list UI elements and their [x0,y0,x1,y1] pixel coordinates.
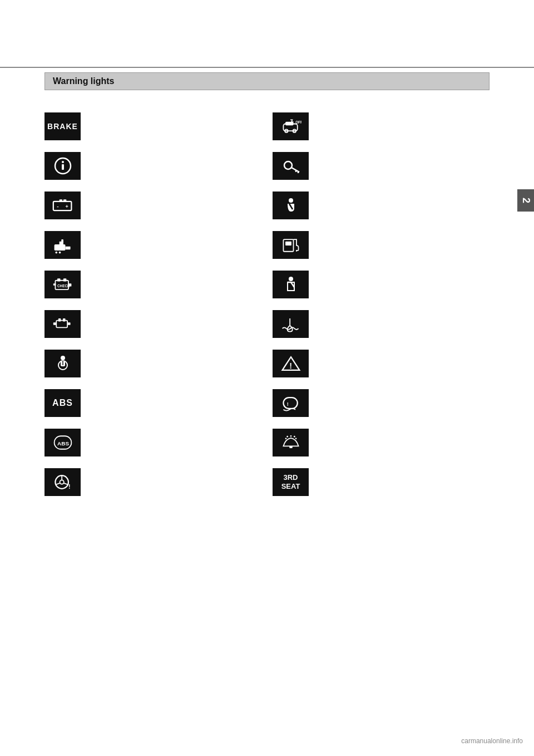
svg-point-13 [58,252,61,254]
section-divider [0,67,534,68]
abs-circle-warning: ABS [44,429,239,458]
master-warning: ! [273,350,445,379]
battery-warning: - + [44,192,239,221]
svg-rect-23 [67,322,70,325]
svg-text:-: - [57,203,58,209]
seatbelt-box-svg [280,196,301,215]
svg-rect-2 [62,164,64,170]
abs-text-icon: ABS [44,389,81,417]
svg-line-34 [56,483,60,485]
seatbelt-warning [273,271,445,300]
svg-point-59 [293,436,295,438]
low-oil-warning [44,231,239,261]
washer-fluid-warning [273,429,445,458]
svg-point-32 [60,480,63,484]
svg-text:ABS: ABS [57,440,69,446]
oil-can-icon [44,231,81,259]
section-title: Warning lights [53,76,115,86]
washer-fluid-icon [273,429,309,456]
svg-text:!: ! [289,361,292,370]
svg-point-25 [61,356,65,360]
top-bar [0,0,534,67]
abs-warning: ABS [44,389,239,419]
brake-icon: BRAKE [44,112,81,140]
third-seat-label-bottom: SEAT [281,482,300,491]
battery-svg: - + [52,196,73,215]
oil-can-svg [52,235,73,254]
svg-rect-22 [63,318,66,321]
coolant-svg [280,315,301,333]
third-seat-icon: 3RD SEAT [273,468,309,496]
svg-text:OFF: OFF [295,120,301,124]
vsc-off-svg: OFF [280,117,301,136]
coolant-warning [273,310,445,340]
svg-point-61 [295,438,296,439]
tire-pressure-icon: ! [273,389,309,417]
airbag-svg [52,354,73,373]
svg-point-57 [286,436,288,438]
airbag-warning [44,350,239,379]
svg-rect-3 [53,202,71,210]
engine-svg [52,315,73,333]
oil-pressure-warning [44,152,239,181]
steering-warning: ! [44,468,239,498]
mil-warning [44,310,239,340]
svg-text:!: ! [286,401,288,407]
svg-rect-54 [283,397,297,409]
page-container: Warning lights BRAKE [0,0,534,756]
svg-point-60 [285,438,286,439]
battery-icon: - + [44,192,81,219]
abs-label: ABS [52,398,73,408]
fuel-svg [280,235,301,254]
svg-text:!: ! [68,483,70,490]
svg-rect-48 [285,242,291,246]
watermark: carmanualonline.info [461,737,523,745]
check-engine-icon: CHECK [44,271,81,298]
third-seat-warning: 3RD SEAT [273,468,445,498]
abs-circle-svg: ABS [52,433,73,452]
svg-rect-16 [63,278,66,281]
abs-circle-icon: ABS [44,429,81,456]
check-engine-warning: CHECK [44,271,239,300]
seatbelt-box-warning [273,192,445,221]
coolant-icon [273,310,309,338]
tire-pressure-svg: ! [280,394,301,413]
seatbelt-box-icon [273,192,309,219]
svg-point-49 [289,277,293,281]
svg-point-46 [289,198,293,203]
vsc-off-icon: OFF [273,112,309,140]
svg-point-58 [290,435,291,437]
check-engine-svg: CHECK [52,275,73,294]
watermark-text: carmanualonline.info [461,737,523,745]
svg-line-35 [63,483,67,485]
key-svg [280,156,301,175]
key-icon [273,152,309,180]
warning-triangle-icon: ! [273,350,309,377]
immobilizer-warning [273,152,445,181]
brake-warning: BRAKE [44,112,239,142]
svg-rect-24 [53,322,56,325]
seatbelt-warning-svg [280,275,301,294]
svg-rect-11 [61,239,63,242]
engine-icon [44,310,81,338]
svg-rect-56 [289,446,292,448]
steering-icon: ! [44,468,81,496]
svg-text:+: + [65,204,68,209]
vsc-off-warning: OFF [273,112,445,142]
content-area: BRAKE [0,90,534,519]
svg-rect-9 [65,247,70,249]
svg-rect-21 [58,318,61,321]
washer-fluid-svg [280,433,301,452]
oil-pressure-svg [52,156,73,175]
tire-pressure-warning: ! [273,389,445,419]
icons-grid: BRAKE [44,112,490,508]
warning-triangle-svg: ! [280,354,301,373]
airbag-icon [44,350,81,377]
svg-rect-15 [57,278,60,281]
third-seat-label-top: 3RD [283,473,298,482]
svg-rect-20 [56,321,67,328]
left-column: BRAKE [44,112,245,508]
svg-point-42 [284,161,292,169]
svg-rect-38 [285,122,293,125]
seatbelt-warning-icon [273,271,309,298]
